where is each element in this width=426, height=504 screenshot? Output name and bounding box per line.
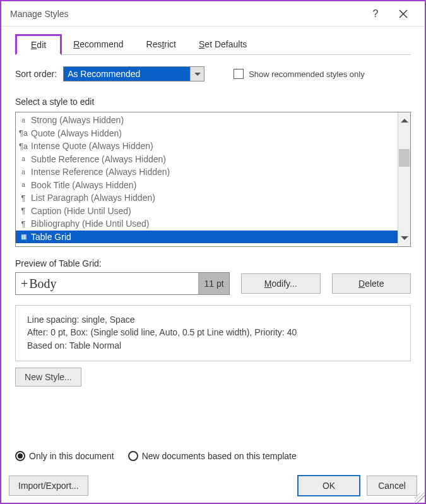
radio-only-this-document[interactable]: Only in this document [15, 451, 114, 461]
delete-button[interactable]: Delete [332, 273, 411, 294]
help-icon[interactable]: ? [362, 1, 389, 27]
cancel-button[interactable]: Cancel [367, 476, 417, 496]
style-name: Quote (Always Hidden) [31, 128, 122, 138]
select-style-label: Select a style to edit [15, 97, 411, 107]
style-item[interactable]: aBook Title (Always Hidden) [16, 179, 398, 192]
title-bar: Manage Styles ? [1, 1, 425, 27]
style-type-icon: a [18, 181, 28, 188]
style-type-icon: ¶ [18, 193, 28, 203]
resize-grip-icon[interactable] [415, 493, 425, 503]
modify-button[interactable]: Modify... [241, 273, 321, 294]
scroll-up-icon[interactable] [398, 112, 410, 125]
tab-set-defaults[interactable]: Set Defaults [187, 34, 258, 54]
style-listbox[interactable]: aStrong (Always Hidden)¶aQuote (Always H… [15, 112, 411, 247]
scrollbar[interactable] [398, 112, 410, 246]
style-item[interactable]: ¶List Paragraph (Always Hidden) [16, 191, 398, 205]
style-item[interactable]: ▦Table Grid [16, 231, 398, 244]
scroll-track[interactable] [398, 125, 410, 234]
style-name: Intense Quote (Always Hidden) [31, 141, 153, 151]
tab-edit[interactable]: Edit [15, 34, 62, 55]
style-description: Line spacing: single, Space After: 0 pt,… [15, 305, 411, 361]
desc-line: Based on: Table Normal [27, 339, 400, 352]
desc-line: Line spacing: single, Space [27, 313, 400, 326]
radio-icon [15, 451, 25, 461]
sort-order-selected: As Recommended [64, 67, 190, 81]
ok-button[interactable]: OK [297, 475, 360, 496]
style-name: Book Title (Always Hidden) [31, 180, 136, 190]
style-name: List Paragraph (Always Hidden) [31, 193, 155, 203]
show-recommended-label: Show recommended styles only [249, 69, 365, 79]
style-name: Caption (Hide Until Used) [31, 206, 131, 216]
preview-font-sample: +Body [16, 273, 199, 294]
close-icon[interactable] [389, 1, 417, 27]
style-item[interactable]: ¶Bibliography (Hide Until Used) [16, 217, 398, 231]
style-name: Table Grid [31, 232, 71, 242]
sort-order-label: Sort order: [15, 69, 57, 79]
style-item[interactable]: aIntense Reference (Always Hidden) [16, 165, 398, 179]
style-item[interactable]: aSubtle Reference (Always Hidden) [16, 153, 398, 166]
scroll-down-icon[interactable] [398, 234, 410, 246]
style-name: Intense Reference (Always Hidden) [31, 167, 170, 177]
scroll-thumb[interactable] [399, 149, 410, 167]
import-export-button[interactable]: Import/Export... [9, 476, 88, 496]
style-item[interactable]: ¶Caption (Hide Until Used) [16, 205, 398, 218]
desc-line: After: 0 pt, Box: (Single solid line, Au… [27, 326, 400, 339]
style-name: Subtle Reference (Always Hidden) [31, 154, 166, 164]
tab-strip: Edit Recommend Restrict Set Defaults [15, 34, 411, 55]
radio-icon [128, 451, 138, 461]
style-item[interactable]: ¶aIntense Quote (Always Hidden) [16, 140, 398, 153]
style-type-icon: ¶ [18, 219, 28, 229]
tab-recommend[interactable]: Recommend [62, 34, 134, 54]
style-type-icon: a [18, 155, 28, 162]
sort-order-dropdown[interactable]: As Recommended [63, 66, 204, 81]
style-name: Bibliography (Hide Until Used) [31, 219, 150, 229]
style-type-icon: a [18, 169, 28, 176]
style-type-icon: ¶a [18, 128, 28, 138]
style-type-icon: a [18, 117, 28, 124]
preview-font-size: 11 pt [199, 273, 229, 294]
style-name: Strong (Always Hidden) [31, 115, 124, 125]
preview-label: Preview of Table Grid: [15, 258, 411, 268]
style-type-icon: ¶a [18, 141, 28, 151]
style-item[interactable]: aStrong (Always Hidden) [16, 114, 398, 127]
style-item[interactable]: ¶aQuote (Always Hidden) [16, 127, 398, 140]
radio-new-documents-template[interactable]: New documents based on this template [128, 451, 297, 461]
tab-restrict[interactable]: Restrict [135, 34, 187, 54]
new-style-button[interactable]: New Style... [15, 368, 81, 387]
window-title: Manage Styles [10, 9, 362, 19]
show-recommended-checkbox[interactable] [234, 69, 244, 79]
style-type-icon: ▦ [18, 233, 28, 240]
style-type-icon: ¶ [18, 206, 28, 215]
preview-box: +Body 11 pt [15, 272, 230, 295]
chevron-down-icon[interactable] [190, 67, 204, 81]
